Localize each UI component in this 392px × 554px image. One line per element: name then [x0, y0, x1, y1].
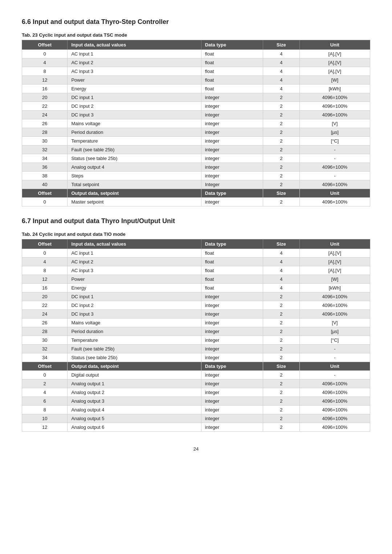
cell-datatype: Integer [201, 180, 263, 189]
col2-offset: Offset [22, 362, 68, 371]
col-offset: Offset [22, 40, 68, 50]
cell-datatype: integer [201, 345, 263, 353]
cell-unit: 4096=100% [299, 388, 370, 397]
table-row: 30Temperatureinteger2[°C] [22, 336, 370, 345]
col-unit: Unit [299, 239, 370, 249]
table-row: 12Powerfloat4[W] [22, 275, 370, 284]
cell-offset: 8 [22, 67, 68, 76]
cell-datatype: integer [201, 111, 263, 119]
cell-datatype: float [201, 58, 263, 67]
cell-size: 2 [263, 353, 299, 362]
table-row: 8Analog output 4integer24096=100% [22, 406, 370, 414]
cell-datatype: integer [201, 93, 263, 102]
cell-offset: 34 [22, 353, 68, 362]
cell-unit: [A],[V] [299, 258, 370, 266]
cell-label: Mains voltage [68, 119, 201, 128]
cell-datatype: integer [201, 198, 263, 206]
cell-unit: 4096=100% [299, 111, 370, 119]
cell-offset: 30 [22, 336, 68, 345]
section-66: 6.6 Input and output data Thyro-Step Con… [22, 18, 370, 206]
col2-output-data: Output data, setpoint [68, 362, 201, 371]
cell-datatype: integer [201, 423, 263, 432]
cell-unit: - [299, 154, 370, 163]
cell-datatype: integer [201, 353, 263, 362]
table-row: 40Total setpointInteger24096=100% [22, 180, 370, 189]
cell-datatype: float [201, 85, 263, 93]
cell-datatype: float [201, 249, 263, 258]
cell-size: 4 [263, 67, 299, 76]
cell-size: 2 [263, 119, 299, 128]
cell-size: 2 [263, 145, 299, 154]
cell-datatype: integer [201, 310, 263, 319]
cell-label: DC input 1 [68, 93, 201, 102]
cell-label: Fault (see table 25b) [68, 345, 201, 353]
cell-unit: 4096=100% [299, 180, 370, 189]
cell-datatype: integer [201, 145, 263, 154]
cell-unit: [A],[V] [299, 249, 370, 258]
cell-datatype: integer [201, 371, 263, 379]
table-row: 0Master setpointinteger24096=100% [22, 198, 370, 206]
cell-size: 2 [263, 102, 299, 111]
cell-datatype: integer [201, 102, 263, 111]
cell-size: 2 [263, 172, 299, 180]
cell-offset: 2 [22, 379, 68, 388]
col2-datatype: Data type [201, 189, 263, 198]
table24: Offset Input data, actual values Data ty… [22, 239, 370, 432]
col-size: Size [263, 40, 299, 50]
cell-unit: [kWh] [299, 284, 370, 292]
cell-offset: 20 [22, 93, 68, 102]
cell-size: 4 [263, 50, 299, 58]
cell-label: Period duration [68, 128, 201, 137]
table-row: 2Analog output 1integer24096=100% [22, 379, 370, 388]
cell-offset: 0 [22, 50, 68, 58]
cell-offset: 34 [22, 154, 68, 163]
cell-label: Mains voltage [68, 319, 201, 327]
cell-label: Power [68, 275, 201, 284]
cell-label: DC input 3 [68, 111, 201, 119]
cell-label: Temperature [68, 137, 201, 145]
cell-unit: - [299, 345, 370, 353]
cell-datatype: float [201, 67, 263, 76]
table-row: 24DC input 3integer24096=100% [22, 310, 370, 319]
cell-size: 2 [263, 319, 299, 327]
table-row: 24DC input 3integer24096=100% [22, 111, 370, 119]
cell-size: 2 [263, 327, 299, 336]
cell-label: Fault (see table 25b) [68, 145, 201, 154]
cell-datatype: integer [201, 128, 263, 137]
cell-size: 2 [263, 111, 299, 119]
cell-unit: [A],[V] [299, 266, 370, 275]
cell-label: Analog output 3 [68, 397, 201, 406]
cell-offset: 16 [22, 85, 68, 93]
cell-offset: 40 [22, 180, 68, 189]
table-row: 8AC input 3float4[A],[V] [22, 266, 370, 275]
table-row: 0AC input 1float4[A],[V] [22, 249, 370, 258]
cell-size: 2 [263, 93, 299, 102]
cell-size: 4 [263, 275, 299, 284]
col-size: Size [263, 239, 299, 249]
cell-size: 2 [263, 336, 299, 345]
cell-offset: 36 [22, 163, 68, 172]
cell-offset: 32 [22, 145, 68, 154]
cell-datatype: integer [201, 154, 263, 163]
cell-unit: - [299, 371, 370, 379]
cell-unit: 4096=100% [299, 414, 370, 423]
cell-size: 2 [263, 406, 299, 414]
section-66-heading: 6.6 Input and output data Thyro-Step Con… [22, 18, 370, 26]
cell-label: Temperature [68, 336, 201, 345]
table-row: 12Powerfloat4[W] [22, 76, 370, 85]
cell-datatype: integer [201, 119, 263, 128]
cell-datatype: integer [201, 414, 263, 423]
cell-label: Power [68, 76, 201, 85]
cell-unit: 4096=100% [299, 379, 370, 388]
page-footer: 24 [22, 446, 370, 452]
cell-label: DC input 2 [68, 301, 201, 310]
cell-label: DC input 1 [68, 292, 201, 301]
cell-size: 2 [263, 345, 299, 353]
page-number: 24 [193, 446, 199, 452]
cell-offset: 4 [22, 258, 68, 266]
table-row: 22DC input 2integer24096=100% [22, 102, 370, 111]
table-row: 22DC input 2integer24096=100% [22, 301, 370, 310]
col-datatype: Data type [201, 239, 263, 249]
cell-label: Analog output 6 [68, 423, 201, 432]
cell-size: 4 [263, 266, 299, 275]
